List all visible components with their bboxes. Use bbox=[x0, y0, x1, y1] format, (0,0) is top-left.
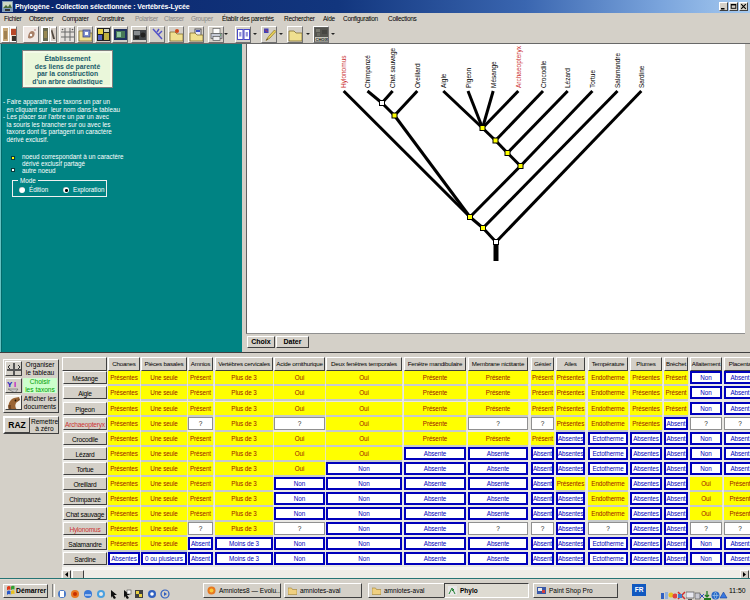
svg-text:Oreillard: Oreillard bbox=[414, 63, 421, 88]
svg-text:Lézard: Lézard bbox=[564, 68, 571, 88]
svg-text:Mésange: Mésange bbox=[490, 61, 498, 88]
svg-text:Salamandre: Salamandre bbox=[614, 53, 621, 88]
svg-text:Archaeopteryx: Archaeopteryx bbox=[515, 45, 523, 88]
svg-text:Chimpanzé: Chimpanzé bbox=[364, 55, 372, 88]
svg-text:Sardine: Sardine bbox=[638, 65, 645, 88]
svg-text:Y: Y bbox=[7, 380, 13, 389]
svg-text:Tortue: Tortue bbox=[589, 70, 596, 88]
svg-text:Aigle: Aigle bbox=[440, 73, 448, 88]
svg-text:Crocodile: Crocodile bbox=[540, 60, 547, 88]
svg-text:I: I bbox=[14, 380, 16, 389]
svg-text:Chat sauvage: Chat sauvage bbox=[389, 48, 397, 88]
svg-text:Hylonomus: Hylonomus bbox=[340, 55, 348, 88]
svg-text:Pigeon: Pigeon bbox=[465, 67, 473, 88]
svg-text:CHOIX: CHOIX bbox=[316, 37, 329, 42]
